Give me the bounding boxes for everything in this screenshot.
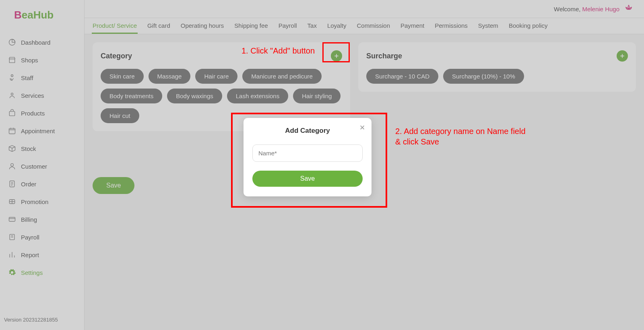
sidebar-item-settings[interactable]: Settings (0, 264, 84, 281)
sidebar-item-shops[interactable]: Shops (0, 51, 84, 69)
category-pill[interactable]: Hair care (195, 69, 237, 84)
save-button[interactable]: Save (93, 177, 134, 194)
sidebar-item-dashboard[interactable]: Dashboard (0, 33, 84, 51)
add-category-button[interactable] (331, 50, 342, 62)
sidebar-item-billing[interactable]: Billing (0, 210, 84, 228)
customer-icon (8, 162, 16, 170)
svg-point-5 (11, 163, 14, 166)
sidebar-item-label: Report (21, 252, 39, 258)
tab-shipping-fee[interactable]: Shipping fee (233, 18, 268, 34)
sidebar-item-label: Order (21, 181, 36, 188)
category-pill[interactable]: Body waxings (167, 89, 222, 103)
shop-icon (8, 56, 16, 64)
tab-system[interactable]: System (477, 18, 499, 34)
sidebar-item-label: Appointment (21, 128, 55, 134)
sidebar-item-appointment[interactable]: Appointment (0, 122, 84, 140)
sidebar-item-staff[interactable]: Staff (0, 69, 84, 87)
surcharge-title: Surcharge (366, 52, 402, 60)
sidebar-item-label: Promotion (21, 198, 48, 205)
tab-permissions[interactable]: Permissions (434, 18, 469, 34)
sidebar-item-label: Stock (21, 145, 36, 152)
category-pill[interactable]: Skin care (101, 69, 144, 84)
sidebar-item-label: Billing (21, 216, 37, 223)
category-title: Category (101, 52, 132, 60)
tab-tax[interactable]: Tax (307, 18, 318, 34)
staff-icon (8, 74, 16, 82)
services-icon (8, 91, 16, 99)
sidebar-item-products[interactable]: Products (0, 104, 84, 122)
category-pill[interactable]: Body treatments (101, 89, 162, 103)
svg-rect-3 (9, 111, 14, 116)
category-pill[interactable]: Massage (149, 69, 191, 84)
welcome-user[interactable]: Melenie Hugo (582, 6, 619, 12)
add-category-modal: ✕ Add Category Save (244, 118, 372, 196)
sidebar-item-services[interactable]: Services (0, 87, 84, 104)
products-icon (8, 109, 16, 117)
category-pill[interactable]: Hair styling (293, 89, 341, 103)
tab-payroll[interactable]: Payroll (278, 18, 298, 34)
tab-booking-policy[interactable]: Booking policy (508, 18, 549, 34)
modal-save-button[interactable]: Save (252, 171, 363, 187)
surcharge-pill[interactable]: Surcharge - 10 CAD (366, 69, 438, 84)
order-icon (8, 180, 16, 188)
sidebar-item-payroll[interactable]: Payroll (0, 228, 84, 246)
gauge-icon (8, 38, 16, 46)
svg-rect-4 (9, 128, 15, 134)
sidebar-item-label: Payroll (21, 234, 39, 241)
tab-gift-card[interactable]: Gift card (147, 18, 171, 34)
payroll-icon (8, 233, 16, 241)
sidebar-item-label: Staff (21, 74, 33, 81)
stock-icon (8, 144, 16, 153)
surcharge-panel: Surcharge Surcharge - 10 CADSurcharge (1… (358, 42, 636, 92)
lotus-icon (623, 4, 634, 14)
sidebar-item-label: Products (21, 110, 45, 117)
promotion-icon (8, 198, 16, 206)
category-pill[interactable]: Hair cut (101, 108, 139, 123)
report-icon (8, 251, 16, 259)
tab-operating-hours[interactable]: Operating hours (180, 18, 225, 34)
sidebar-item-promotion[interactable]: Promotion (0, 193, 84, 210)
tab-product-service[interactable]: Product/ Service (92, 18, 138, 34)
surcharge-pill[interactable]: Surcharge (10%) - 10% (443, 69, 524, 84)
svg-point-1 (11, 75, 13, 77)
logo: BeaHub (0, 0, 84, 30)
sidebar-item-order[interactable]: Order (0, 175, 84, 193)
category-pill[interactable]: Lash extensions (227, 89, 288, 103)
sidebar-item-label: Shops (21, 57, 38, 64)
calendar-icon (8, 127, 16, 135)
svg-rect-8 (9, 217, 15, 221)
category-name-input[interactable] (252, 144, 363, 162)
sidebar-item-label: Settings (21, 269, 43, 276)
sidebar-item-stock[interactable]: Stock (0, 140, 84, 157)
settings-icon (8, 268, 16, 276)
tab-loyalty[interactable]: Loyalty (326, 18, 347, 34)
billing-icon (8, 215, 16, 223)
logo-accent: B (14, 9, 22, 21)
category-pill[interactable]: Manicure and pedicure (242, 69, 322, 84)
sidebar-item-report[interactable]: Report (0, 246, 84, 264)
add-surcharge-button[interactable] (617, 50, 628, 62)
logo-rest: eaHub (22, 9, 54, 21)
tab-payment[interactable]: Payment (400, 18, 425, 34)
sidebar-item-label: Services (21, 92, 44, 99)
close-icon[interactable]: ✕ (359, 124, 365, 132)
sidebar-item-label: Customer (21, 163, 47, 170)
sidebar-item-customer[interactable]: Customer (0, 157, 84, 175)
sidebar-item-label: Dashboard (21, 39, 50, 46)
welcome-text: Welcome, (554, 6, 580, 12)
svg-point-2 (11, 93, 13, 95)
modal-title: Add Category (252, 127, 363, 135)
tab-commission[interactable]: Commission (356, 18, 391, 34)
version-label: Version 202312281855 (0, 309, 84, 330)
